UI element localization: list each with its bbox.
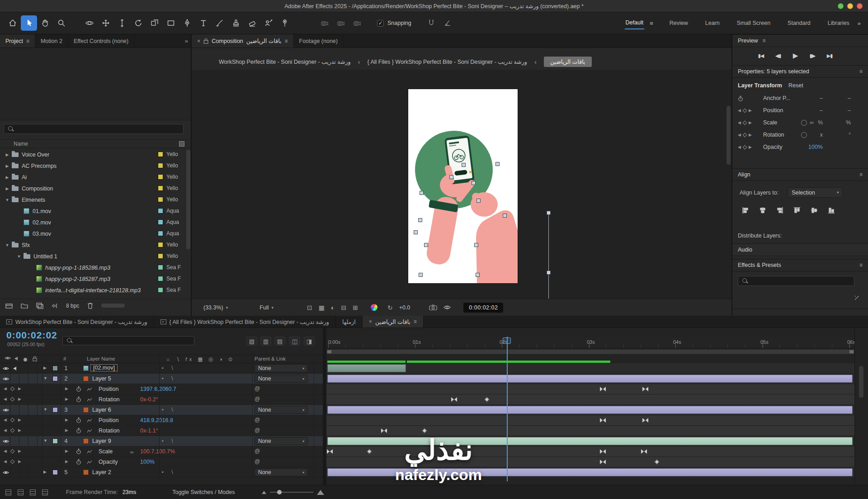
track-02mov[interactable]	[326, 363, 854, 374]
project-search[interactable]	[4, 124, 184, 134]
property-row-l5-position[interactable]: ◀▶ ▶ Position 1397.6,2060.7 @	[0, 384, 323, 394]
layer-solo-toggle[interactable]	[20, 374, 28, 384]
tabbar-overflow-icon[interactable]: »	[185, 38, 188, 44]
graph-icon[interactable]	[87, 398, 92, 402]
previous-frame-button[interactable]: ◀▮	[770, 50, 786, 61]
property-name[interactable]: Opacity	[99, 459, 118, 465]
current-time-indicator[interactable]	[507, 337, 508, 481]
prev-keyframe-icon[interactable]: ◀	[4, 418, 7, 422]
window-close-button[interactable]	[857, 3, 863, 9]
stopwatch-icon[interactable]	[76, 459, 81, 465]
prev-keyframe-icon[interactable]: ◀	[4, 449, 7, 453]
preview-panel-header[interactable]: Preview ≡	[732, 34, 868, 47]
pan-camera-tool[interactable]	[98, 15, 114, 31]
label-swatch[interactable]	[158, 163, 163, 168]
layer-switches[interactable]: ▪ ∖	[162, 438, 176, 444]
timeline-search[interactable]	[62, 336, 194, 345]
label-swatch[interactable]	[158, 287, 163, 293]
workspace-menu-icon[interactable]: ≡	[650, 20, 653, 27]
twisty-icon[interactable]: ▶	[4, 164, 11, 168]
property-value[interactable]: 100%	[140, 459, 155, 465]
stopwatch-icon[interactable]	[738, 95, 743, 101]
layer-duration-bar[interactable]	[327, 364, 406, 372]
label-swatch[interactable]	[158, 276, 163, 281]
window-fullscreen-button[interactable]	[838, 3, 844, 9]
track-l9-opacity[interactable]	[326, 457, 854, 467]
project-item-ai[interactable]: ▶AiYello	[0, 171, 186, 183]
twisty-icon[interactable]: ▶	[4, 186, 11, 191]
position-y-value[interactable]: –	[828, 107, 851, 114]
panel-resize-corner-icon[interactable]	[855, 296, 862, 302]
work-area-end-handle[interactable]	[849, 350, 854, 353]
layer-visibility-toggle[interactable]	[2, 374, 10, 384]
label-swatch[interactable]	[158, 265, 163, 270]
layer-row-layer5[interactable]: ▼ 2 Layer 5 ▪ ∖ None▾	[0, 374, 323, 384]
composition-canvas[interactable]	[408, 89, 518, 283]
audio-conform-icon[interactable]	[52, 303, 58, 309]
add-keyframe-icon[interactable]	[10, 428, 14, 432]
tab-close-icon[interactable]: ×	[369, 318, 372, 325]
next-keyframe-icon[interactable]: ▶	[18, 449, 21, 453]
graph-icon[interactable]	[87, 418, 92, 423]
anchor-y-value[interactable]: –	[828, 95, 851, 101]
project-bit-depth[interactable]: 8 bpc	[66, 303, 79, 309]
next-frame-button[interactable]: ▮▶	[805, 50, 820, 61]
add-keyframe-icon[interactable]	[10, 386, 14, 391]
workspace-libraries[interactable]: Libraries	[827, 17, 850, 29]
align-top-button[interactable]	[791, 205, 803, 215]
orbit-camera-tool[interactable]	[81, 15, 98, 31]
pick-whip-icon[interactable]: @	[255, 385, 260, 392]
panel-menu-icon[interactable]: ≡	[859, 171, 863, 178]
timeline-splitter[interactable]	[323, 328, 326, 485]
work-area-start-handle[interactable]	[327, 350, 331, 353]
roto-brush-tool[interactable]	[260, 15, 277, 31]
breadcrumb-item-1[interactable]: WorkShop Perfect Bite - Soni Designer - …	[219, 58, 351, 65]
parent-link-column[interactable]: Parent & Link	[255, 356, 286, 361]
parent-dropdown[interactable]: None▾	[255, 437, 308, 445]
camera-tool-2[interactable]	[333, 15, 349, 31]
prev-keyframe-icon[interactable]: ◀	[738, 133, 741, 137]
layer-duration-bar[interactable]	[327, 406, 853, 414]
dolly-camera-tool[interactable]	[114, 15, 130, 31]
new-composition-icon[interactable]	[36, 303, 43, 309]
tab-effect-controls[interactable]: Effect Controls (none)	[68, 34, 134, 48]
hand-tool[interactable]	[37, 15, 53, 31]
layer-audio-toggle[interactable]	[11, 467, 19, 477]
panel-menu-icon[interactable]: ≡	[26, 38, 29, 44]
next-keyframe-icon[interactable]: ▶	[18, 397, 21, 401]
track-l6-rotation[interactable]	[326, 426, 854, 436]
rotation-revolutions-value[interactable]: x	[800, 132, 823, 138]
opacity-value[interactable]: 100%	[800, 144, 823, 150]
timeline-search-input[interactable]	[75, 337, 190, 344]
new-folder-icon[interactable]	[21, 303, 28, 309]
layer-switches[interactable]: ▪ ∖	[162, 375, 176, 381]
prev-keyframe-icon[interactable]: ◀	[738, 145, 741, 149]
viewer-timecode[interactable]: 0:00:02:02	[463, 303, 503, 313]
twisty-icon[interactable]: ▼	[4, 198, 11, 202]
layer-handle[interactable]	[472, 181, 476, 185]
panel-menu-icon[interactable]: ≡	[859, 262, 863, 268]
prev-keyframe-icon[interactable]: ◀	[4, 386, 7, 391]
layer-handle[interactable]	[495, 162, 500, 166]
expand-parent-icon[interactable]	[42, 489, 48, 495]
layer-switches[interactable]: ▪ ∖	[162, 469, 176, 475]
layer-lock-toggle[interactable]	[29, 374, 38, 384]
ease-keyframe-icon[interactable]	[641, 449, 647, 454]
property-twisty-icon[interactable]: ▶	[65, 418, 68, 422]
timeline-tab-3[interactable]: ازملها	[336, 316, 363, 328]
keyframe-icon[interactable]	[422, 428, 427, 433]
keyframe-icon[interactable]	[654, 459, 659, 464]
next-keyframe-icon[interactable]: ▶	[18, 459, 21, 464]
prev-keyframe-icon[interactable]: ◀	[4, 397, 7, 401]
camera-tool-1[interactable]	[316, 15, 333, 31]
align-bottom-button[interactable]	[826, 205, 837, 215]
label-swatch[interactable]	[158, 219, 163, 225]
ease-keyframe-icon[interactable]	[600, 387, 606, 392]
scale-x-value[interactable]: %	[800, 119, 823, 126]
layer-twisty-icon[interactable]: ▼	[43, 438, 47, 443]
layer-name[interactable]: Layer 5	[92, 375, 111, 382]
project-item-happy-pop-2[interactable]: happy-pop-2-185287.mp3Sea F	[0, 273, 186, 285]
viewer-scrollbar[interactable]	[726, 106, 731, 165]
add-keyframe-icon[interactable]	[742, 133, 747, 137]
toolbar-overflow-icon[interactable]: »	[858, 20, 861, 27]
